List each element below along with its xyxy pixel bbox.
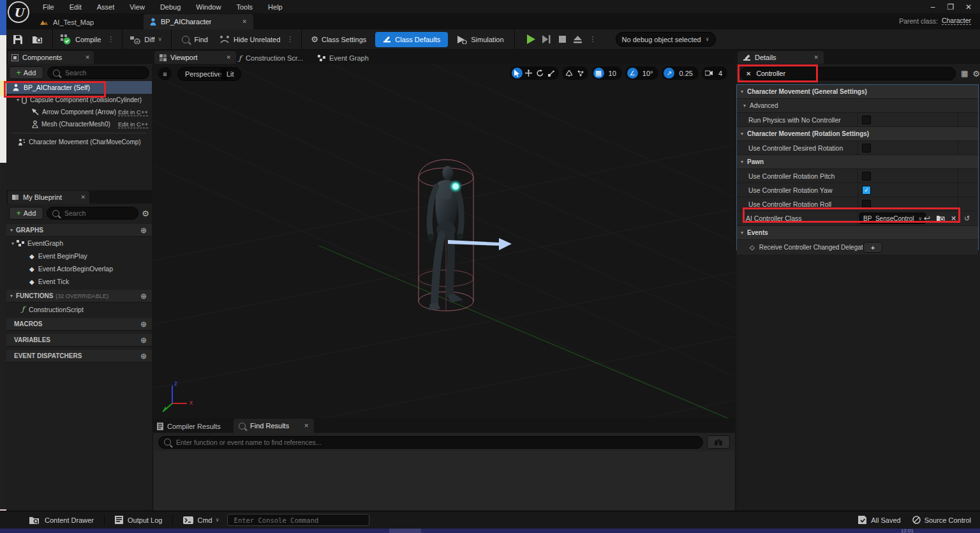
content-drawer-button[interactable]: Content Drawer xyxy=(45,516,94,524)
add-macro-icon[interactable]: ⊕ xyxy=(140,320,147,329)
component-row-self[interactable]: BP_AICharacter (Self) xyxy=(6,81,152,94)
settings-gear-icon[interactable]: ⚙ xyxy=(142,209,149,218)
close-icon[interactable]: ✕ xyxy=(226,54,231,61)
save-icon[interactable] xyxy=(13,34,23,45)
section-cm-rotation[interactable]: ▾Character Movement (Rotation Settings) xyxy=(737,127,978,141)
component-row-charmove[interactable]: Character Movement (CharMoveComp) xyxy=(6,136,152,148)
edit-in-cpp-link[interactable]: Edit in C++ xyxy=(118,109,148,116)
move-tool[interactable] xyxy=(523,68,534,79)
console-command-input[interactable] xyxy=(233,516,364,525)
my-blueprint-tab[interactable]: My Blueprint ✕ xyxy=(8,191,89,204)
section-events[interactable]: ▾Events xyxy=(737,226,978,240)
class-settings-button[interactable]: Class Settings xyxy=(322,36,366,43)
compiler-results-tab[interactable]: Compiler Results xyxy=(157,420,231,432)
menu-help[interactable]: Help xyxy=(260,3,290,11)
components-tab[interactable]: Components ✕ xyxy=(8,51,94,64)
component-row-capsule[interactable]: ▾ Capsule Component (CollisionCylinder) xyxy=(6,94,152,106)
select-tool[interactable] xyxy=(512,68,523,79)
details-settings-gear-icon[interactable]: ⚙ xyxy=(972,69,980,79)
checkbox[interactable] xyxy=(862,116,871,124)
menu-file[interactable]: File xyxy=(35,3,62,11)
event-graph-tab[interactable]: Event Graph xyxy=(318,52,388,64)
simulation-button[interactable]: Simulation xyxy=(471,36,503,43)
constructionscript-row[interactable]: ƒ ConstructionScript xyxy=(6,303,152,316)
hide-unrelated-options-icon[interactable]: ⋮ xyxy=(286,35,293,43)
hide-unrelated-button[interactable]: Hide Unrelated xyxy=(234,36,280,43)
scale-snap-value[interactable]: 0.25 xyxy=(675,70,696,77)
console-command-box[interactable] xyxy=(227,514,369,526)
menu-asset[interactable]: Asset xyxy=(89,3,122,11)
chevron-down-icon[interactable]: ∨ xyxy=(216,517,219,523)
event-tick-row[interactable]: ◆ Event Tick xyxy=(6,275,152,288)
component-row-arrow[interactable]: Arrow Component (Arrow) Edit in C++ xyxy=(6,106,152,118)
construction-script-tab[interactable]: ƒ Construction Scr... xyxy=(239,52,315,64)
find-icon[interactable] xyxy=(182,36,189,43)
close-icon[interactable]: ✕ xyxy=(242,19,247,25)
add-dispatcher-icon[interactable]: ⊕ xyxy=(140,352,147,361)
components-search[interactable] xyxy=(47,66,149,79)
close-icon[interactable]: ✕ xyxy=(85,54,90,61)
add-variable-icon[interactable]: ⊕ xyxy=(140,336,147,345)
tab-bp-aicharacter[interactable]: BP_AICharacter ✕ xyxy=(144,14,253,29)
camera-speed-icon[interactable] xyxy=(704,68,715,79)
rotation-snap-toggle[interactable]: ∠ xyxy=(627,68,638,79)
character-mesh[interactable] xyxy=(384,153,537,332)
my-blueprint-search[interactable] xyxy=(47,207,138,220)
clear-search-icon[interactable]: ✕ xyxy=(746,70,751,77)
checkbox[interactable] xyxy=(862,144,871,153)
chevron-down-icon[interactable]: ∨ xyxy=(158,36,162,42)
close-icon[interactable]: ✕ xyxy=(304,423,309,429)
event-beginplay-row[interactable]: ◆ Event BeginPlay xyxy=(6,250,152,262)
diff-icon[interactable] xyxy=(130,35,140,44)
camera-speed-value[interactable]: 4 xyxy=(715,70,725,77)
menu-view[interactable]: View xyxy=(122,3,152,11)
graphs-section-header[interactable]: ▾ GRAPHS ⊕ xyxy=(6,224,152,237)
rotate-tool[interactable] xyxy=(535,68,546,79)
macros-section-header[interactable]: MACROS ⊕ xyxy=(6,318,152,331)
compile-button[interactable]: Compile xyxy=(75,36,101,43)
grid-snap-value[interactable]: 10 xyxy=(605,70,620,77)
menu-debug[interactable]: Debug xyxy=(152,3,188,11)
reset-to-default-icon[interactable]: ↺ xyxy=(964,214,970,223)
edit-in-cpp-link[interactable]: Edit in C++ xyxy=(118,121,148,128)
frame-skip-icon[interactable] xyxy=(542,35,551,43)
cmd-dropdown[interactable]: Cmd xyxy=(197,516,212,524)
close-icon[interactable]: ✕ xyxy=(80,194,85,200)
surface-snap-toggle[interactable] xyxy=(575,68,586,79)
diff-button[interactable]: Diff xyxy=(144,36,154,43)
component-row-mesh[interactable]: Mesh (CharacterMesh0) Edit in C++ xyxy=(6,118,152,130)
event-actorbeginoverlap-row[interactable]: ◆ Event ActorBeginOverlap xyxy=(6,262,152,275)
section-cm-general[interactable]: ▾Character Movement (General Settings) xyxy=(737,85,978,99)
ai-controller-class-dropdown[interactable]: BP_SenseControl ∨ xyxy=(859,213,926,224)
collapse-icon[interactable]: ▾ xyxy=(17,97,19,103)
browse-to-asset-icon[interactable] xyxy=(937,214,946,222)
details-tab[interactable]: Details ✕ xyxy=(738,51,824,64)
my-blueprint-search-input[interactable] xyxy=(63,209,133,218)
close-icon[interactable]: ✕ xyxy=(813,54,819,61)
find-results-tab[interactable]: Find Results ✕ xyxy=(234,419,314,433)
lit-dropdown[interactable]: Lit xyxy=(219,67,241,81)
find-in-blueprints-button[interactable] xyxy=(707,435,730,449)
all-saved-status[interactable]: All Saved xyxy=(858,516,900,524)
display-filter-icon[interactable]: ▦ xyxy=(961,69,968,78)
debug-object-dropdown[interactable]: No debug object selected ∨ xyxy=(616,32,716,47)
find-references-search[interactable] xyxy=(158,436,703,449)
rotation-snap-value[interactable]: 10° xyxy=(639,70,657,77)
parent-class-link[interactable]: Character xyxy=(942,17,971,25)
compile-icon[interactable] xyxy=(61,34,71,45)
components-search-input[interactable] xyxy=(64,68,144,77)
clear-value-icon[interactable]: ✕ xyxy=(951,214,956,223)
section-advanced[interactable]: ▾Advanced xyxy=(737,99,978,113)
grid-snap-toggle[interactable]: ▦ xyxy=(593,68,604,79)
class-defaults-button[interactable]: Class Defaults xyxy=(375,32,448,47)
eject-icon[interactable] xyxy=(574,36,582,43)
variables-section-header[interactable]: VARIABLES ⊕ xyxy=(6,334,152,347)
add-blueprint-item-button[interactable]: + Add xyxy=(9,207,43,220)
section-pawn[interactable]: ▾Pawn xyxy=(737,155,978,169)
eventgraph-row[interactable]: ▾ EventGraph xyxy=(6,237,152,250)
add-event-button[interactable]: + xyxy=(863,242,882,253)
event-dispatchers-section-header[interactable]: EVENT DISPATCHERS ⊕ xyxy=(6,350,152,363)
checkbox[interactable] xyxy=(862,200,871,209)
scale-tool[interactable] xyxy=(546,68,557,79)
details-search-input[interactable] xyxy=(755,69,950,78)
